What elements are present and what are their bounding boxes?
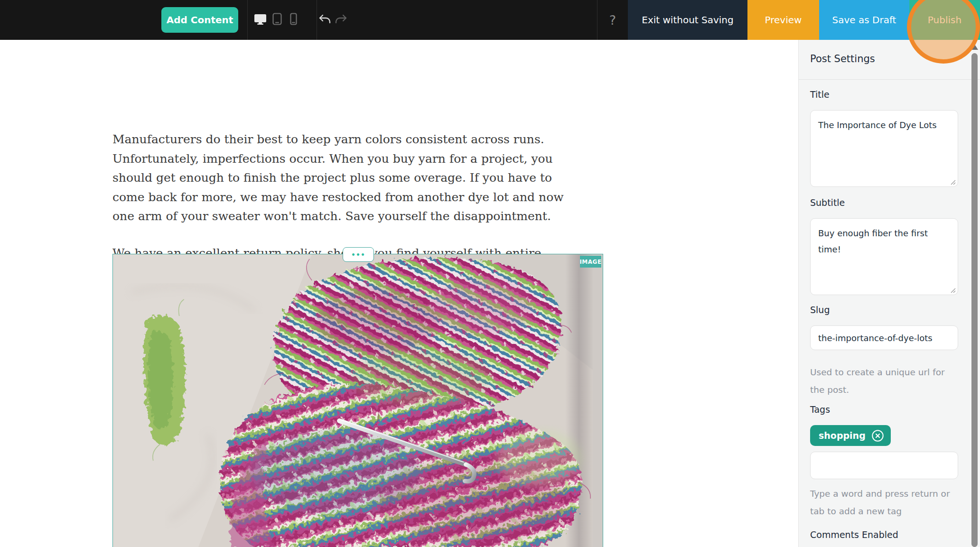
save-as-draft-button[interactable]: Save as Draft (819, 0, 909, 40)
tag-chip-shopping[interactable]: shopping (810, 425, 891, 446)
tablet-icon (272, 13, 282, 27)
tags-helper-text: Type a word and press return or tab to a… (810, 485, 952, 520)
tag-chip-label: shopping (819, 430, 866, 441)
image-type-badge: IMAGE (580, 256, 601, 268)
undo-icon (318, 14, 331, 27)
post-settings-header: Post Settings (799, 40, 980, 80)
tags-label: Tags (810, 404, 830, 415)
redo-button[interactable] (333, 0, 349, 40)
title-label: Title (810, 89, 830, 100)
post-paragraph[interactable]: Manufacturers do their best to keep yarn… (112, 130, 606, 226)
post-settings-panel: Post Settings Title The Importance of Dy… (798, 40, 980, 547)
publish-button[interactable]: Publish (909, 0, 980, 40)
preview-button[interactable]: Preview (747, 0, 819, 40)
scrollbar-up-arrow[interactable] (971, 45, 978, 50)
tablet-view-button[interactable] (269, 0, 285, 40)
image-block[interactable] (112, 254, 603, 547)
subtitle-input[interactable]: Buy enough fiber the first time! (810, 218, 958, 295)
new-tag-input[interactable] (810, 452, 958, 479)
phone-icon (290, 13, 297, 27)
panel-title: Post Settings (810, 53, 875, 65)
help-button[interactable]: ? (602, 0, 624, 40)
slug-helper-text: Used to create a unique url for the post… (810, 363, 948, 399)
slug-label: Slug (810, 305, 830, 315)
title-input[interactable]: The Importance of Dye Lots (810, 110, 958, 187)
desktop-icon (254, 13, 267, 27)
redo-icon (335, 14, 348, 27)
image-options-handle[interactable]: ••• (343, 247, 374, 262)
remove-tag-icon[interactable] (871, 429, 884, 442)
toolbar-divider (247, 0, 248, 40)
desktop-view-button[interactable] (252, 0, 268, 40)
toolbar-divider (597, 0, 597, 40)
phone-view-button[interactable] (285, 0, 301, 40)
yarn-photo (113, 254, 603, 547)
add-content-button[interactable]: Add Content (161, 7, 238, 33)
scrollbar-thumb[interactable] (971, 53, 978, 547)
undo-button[interactable] (316, 0, 332, 40)
subtitle-label: Subtitle (810, 197, 845, 208)
slug-input[interactable] (810, 325, 958, 350)
exit-without-saving-button[interactable]: Exit without Saving (628, 0, 747, 40)
post-editor-window: Add Content (0, 0, 980, 547)
comments-enabled-label: Comments Enabled (810, 529, 898, 540)
top-toolbar: Add Content (0, 0, 980, 40)
